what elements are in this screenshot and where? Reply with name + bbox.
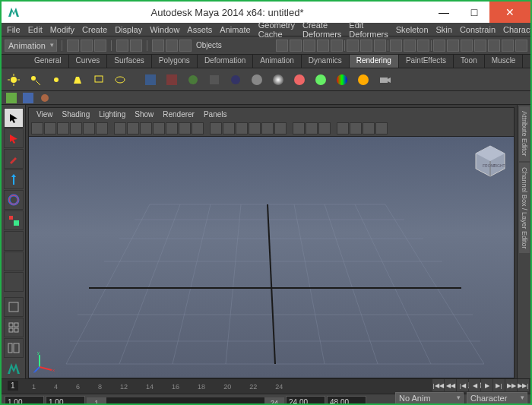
- close-button[interactable]: ✕: [489, 2, 530, 23]
- anisotropic-icon[interactable]: [312, 71, 330, 89]
- select-object-icon[interactable]: [166, 40, 178, 52]
- shadows-icon[interactable]: [249, 122, 261, 134]
- motion-blur-icon[interactable]: [375, 122, 388, 134]
- shelf-tab-surfaces[interactable]: Surfaces: [107, 55, 151, 68]
- lock-camera-icon[interactable]: [44, 122, 56, 134]
- maya-help-icon[interactable]: [4, 359, 24, 378]
- menu-skeleton[interactable]: Skeleton: [392, 25, 432, 34]
- show-manip-tool[interactable]: [4, 272, 24, 292]
- anim-layer-dropdown[interactable]: No Anim Layer: [395, 392, 464, 406]
- menu-modify[interactable]: Modify: [46, 25, 78, 34]
- resolution-gate-icon[interactable]: [140, 122, 152, 134]
- ramp-icon[interactable]: [333, 71, 351, 89]
- perspective-viewport[interactable]: FRONT RIGHT y x z: [29, 137, 514, 378]
- safe-title-icon[interactable]: [192, 122, 204, 134]
- select-camera-icon[interactable]: [31, 122, 43, 134]
- graph-editor-icon[interactable]: [488, 40, 500, 52]
- view-menu-lighting[interactable]: Lighting: [94, 110, 130, 119]
- script-editor-icon[interactable]: [502, 40, 514, 52]
- scale-tool[interactable]: [4, 210, 24, 230]
- maximize-button[interactable]: □: [459, 2, 489, 23]
- ipr-icon[interactable]: [163, 71, 181, 89]
- volume-light-icon[interactable]: [111, 71, 129, 89]
- area-light-icon[interactable]: [90, 71, 108, 89]
- viewport-renderer-icon[interactable]: [337, 122, 349, 134]
- select-hierarchy-icon[interactable]: [152, 40, 164, 52]
- depth-of-field-icon[interactable]: [363, 122, 375, 134]
- shelf-tab-dynamics[interactable]: Dynamics: [302, 55, 350, 68]
- go-to-end-button[interactable]: ▶▶|: [518, 379, 529, 391]
- open-scene-icon[interactable]: [81, 40, 93, 52]
- render-icon[interactable]: [141, 71, 160, 89]
- render-globals-icon[interactable]: [184, 71, 202, 89]
- view-menu-panels[interactable]: Panels: [199, 110, 232, 119]
- textured-icon[interactable]: [274, 122, 287, 134]
- menu-geometry-cache[interactable]: Geometry Cache: [255, 21, 299, 39]
- directional-light-icon[interactable]: [26, 71, 44, 89]
- menu-animate[interactable]: Animate: [216, 25, 254, 34]
- soft-mod-tool[interactable]: [4, 252, 24, 271]
- character-set-dropdown[interactable]: Character Set: [467, 392, 527, 406]
- paint-select-tool[interactable]: [4, 149, 24, 169]
- spot-light-icon[interactable]: [68, 71, 87, 89]
- snap-grid-icon[interactable]: [276, 40, 288, 52]
- snap-curve-icon[interactable]: [290, 40, 302, 52]
- isolate-select-icon[interactable]: [293, 122, 305, 134]
- xray-icon[interactable]: [306, 122, 318, 134]
- construction-history-icon[interactable]: [374, 40, 386, 52]
- shelf-tab-curves[interactable]: Curves: [69, 55, 108, 68]
- menu-file[interactable]: File: [3, 25, 24, 34]
- single-perspective-layout[interactable]: [4, 297, 24, 317]
- layout-four-icon[interactable]: [447, 40, 459, 52]
- shelf-tab-painteffects[interactable]: PaintEffects: [399, 55, 454, 68]
- snap-live-icon[interactable]: [331, 40, 343, 52]
- layered-icon[interactable]: [354, 71, 372, 89]
- new-scene-icon[interactable]: [67, 40, 79, 52]
- grease-pencil-icon[interactable]: [96, 122, 108, 134]
- menu-create[interactable]: Create: [78, 25, 111, 34]
- output-op-icon[interactable]: [360, 40, 372, 52]
- 2d-pan-icon[interactable]: [83, 122, 95, 134]
- persp-outliner-layout[interactable]: [4, 338, 24, 358]
- smooth-shade-icon[interactable]: [223, 122, 235, 134]
- step-back-frame-button[interactable]: |◀: [457, 379, 468, 391]
- film-gate-icon[interactable]: [127, 122, 139, 134]
- xray-joints-icon[interactable]: [318, 122, 331, 134]
- render-frame-icon[interactable]: [390, 40, 402, 52]
- menu-edit-deformers[interactable]: Edit Deformers: [345, 21, 391, 39]
- range-handle-start[interactable]: 1: [87, 397, 106, 406]
- play-backward-button[interactable]: ◀: [469, 379, 480, 391]
- hypershade-icon[interactable]: [226, 71, 245, 89]
- lambert-icon[interactable]: [248, 71, 266, 89]
- wireframe-icon[interactable]: [210, 122, 222, 134]
- go-to-start-button[interactable]: |◀◀: [432, 379, 444, 391]
- select-component-icon[interactable]: [179, 40, 192, 52]
- menu-assets[interactable]: Assets: [183, 25, 216, 34]
- view-cube[interactable]: FRONT RIGHT: [473, 143, 508, 178]
- step-back-key-button[interactable]: ◀◀: [445, 379, 456, 391]
- blinn-icon[interactable]: [269, 71, 287, 89]
- toggle-channel-icon[interactable]: [515, 40, 527, 52]
- menu-window[interactable]: Window: [146, 25, 183, 34]
- use-lights-icon[interactable]: [236, 122, 248, 134]
- snap-point-icon[interactable]: [303, 40, 315, 52]
- universal-manip-tool[interactable]: [4, 231, 24, 251]
- phong-icon[interactable]: [290, 71, 309, 89]
- render-settings-icon[interactable]: [417, 40, 429, 52]
- step-forward-key-button[interactable]: ▶▶: [505, 379, 517, 391]
- shelf-tab-polygons[interactable]: Polygons: [152, 55, 198, 68]
- shelf-tab-toon[interactable]: Toon: [454, 55, 485, 68]
- view-menu-show[interactable]: Show: [130, 110, 158, 119]
- field-chart-icon[interactable]: [166, 122, 178, 134]
- expose-icon[interactable]: [350, 122, 362, 134]
- anim-start-field[interactable]: [5, 396, 44, 405]
- layout-single-icon[interactable]: [433, 40, 445, 52]
- grid-toggle-icon[interactable]: [114, 122, 126, 134]
- point-light-icon[interactable]: [47, 71, 65, 89]
- menu-constrain[interactable]: Constrain: [456, 25, 499, 34]
- save-scene-icon[interactable]: [94, 40, 106, 52]
- range-handle-end[interactable]: 24: [264, 397, 284, 406]
- hypershade-icon[interactable]: [461, 40, 473, 52]
- shelf-tab-general[interactable]: General: [27, 55, 69, 68]
- range-slider[interactable]: 1 24: [87, 397, 284, 406]
